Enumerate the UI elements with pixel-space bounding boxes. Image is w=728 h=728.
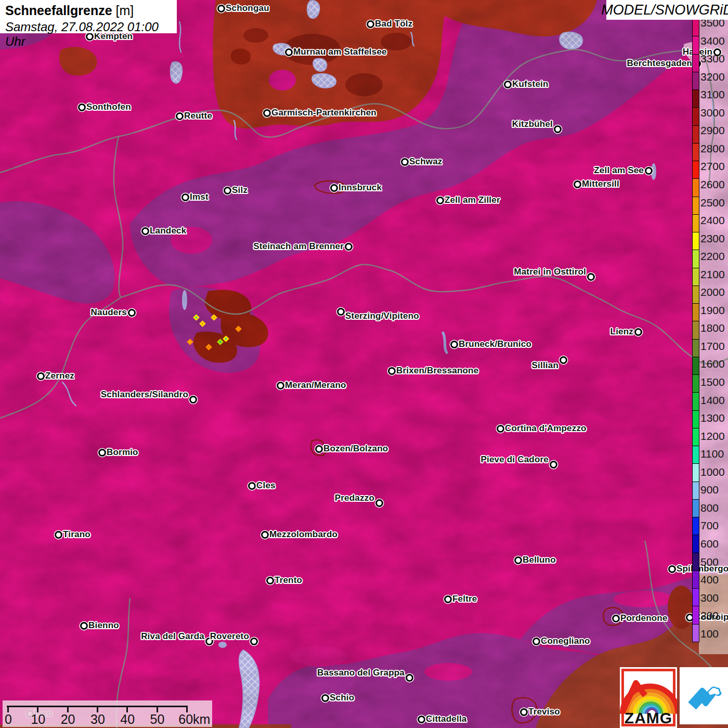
- blue-mountain-icon: [686, 680, 722, 712]
- city-label-brixen-bressanone: Brixen/Bressanone: [396, 366, 478, 376]
- zamg-logo-text: ZAMG: [620, 709, 677, 727]
- colorbar-segment-2200: [693, 250, 699, 268]
- map-title-box: Schneefallgrenze [m] Samstag, 27.08.2022…: [0, 0, 177, 33]
- city-dot-treviso: [520, 708, 528, 716]
- map-title: Schneefallgrenze [m]: [5, 3, 172, 18]
- model-label-box: MODEL/SNOWGRiD: [606, 0, 728, 20]
- zamg-rainbow-icon: [620, 670, 677, 715]
- city-dot-silz: [224, 187, 231, 194]
- map-title-parameter: Schneefallgrenze: [5, 3, 112, 18]
- city-dot-bruneck-brunico: [450, 341, 458, 348]
- zamg-logo-box: ZAMG: [620, 667, 677, 728]
- colorbar-label-1100: 1100: [700, 448, 724, 460]
- city-label-mezzolombardo: Mezzolombardo: [269, 529, 337, 540]
- city-label-belluno: Belluno: [523, 555, 556, 565]
- city-label-tirano: Tirano: [63, 529, 90, 540]
- city-label-schlanders-silandro: Schlanders/Silandro: [101, 389, 188, 400]
- city-dot-rovereto: [250, 638, 258, 645]
- colorbar-segment-100: [693, 625, 699, 642]
- city-label-schio: Schio: [330, 693, 354, 703]
- scalebar-label-5: 50: [150, 712, 165, 727]
- city-label-bruneck-brunico: Bruneck/Brunico: [459, 339, 531, 349]
- colorbar-label-3400: 3400: [700, 35, 725, 47]
- city-label-silz: Silz: [232, 185, 248, 196]
- colorbar-label-3300: 3300: [700, 53, 725, 64]
- city-label-pieve-di-cadore: Pieve di Cadore: [480, 454, 549, 465]
- colorbar-label-200: 200: [700, 610, 719, 621]
- city-label-matrei-in-osttirol: Matrei in Osttirol: [514, 267, 586, 277]
- map-title-unit: [m]: [116, 3, 134, 18]
- scalebar-label-3: 30: [90, 712, 105, 727]
- colorbar-segment-2700: [693, 161, 699, 179]
- city-dot-landeck: [141, 227, 149, 235]
- colorbar-label-1700: 1700: [700, 341, 725, 352]
- city-dot-zell-am-ziller: [436, 197, 444, 204]
- city-label-cittadella: Cittadella: [426, 714, 467, 724]
- model-label: MODEL/SNOWGRiD: [601, 2, 728, 18]
- city-label-kitzb-hel: Kitzbühel: [512, 119, 553, 129]
- colorbar-label-400: 400: [700, 574, 719, 586]
- city-dot-bienno: [80, 622, 88, 630]
- colorbar-label-3200: 3200: [700, 71, 725, 83]
- colorbar-segment-1800: [693, 321, 699, 339]
- colorbar-segment-500: [693, 553, 699, 571]
- city-dot-sterzing-vipiteno: [337, 308, 345, 316]
- city-dot-mittersill: [574, 180, 581, 188]
- colorbar-label-100: 100: [700, 628, 719, 640]
- colorbar-segment-1600: [693, 357, 699, 375]
- city-dot-belluno: [514, 556, 522, 564]
- city-dot-innsbruck: [330, 184, 338, 192]
- city-dot-zernez: [37, 372, 45, 380]
- colorbar-segment-3400: [693, 36, 699, 54]
- city-dot-reutte: [176, 112, 184, 120]
- city-label-feltre: Feltre: [452, 594, 477, 604]
- colorbar-label-800: 800: [700, 502, 719, 514]
- colorbar-label-1800: 1800: [700, 322, 725, 334]
- scalebar-label-1: 10: [31, 712, 45, 727]
- colorbar-label-1600: 1600: [700, 358, 725, 370]
- colorbar-segment-1400: [693, 393, 699, 410]
- city-dot-brixen-bressanone: [388, 367, 396, 375]
- colorbar-label-2600: 2600: [700, 179, 725, 190]
- city-dot-schongau: [217, 5, 225, 12]
- distance-scalebar: 0102030405060km: [3, 700, 212, 727]
- colorbar-segment-1000: [693, 464, 699, 482]
- colorbar-label-1200: 1200: [700, 431, 725, 442]
- city-dot-sillian: [560, 356, 567, 364]
- scalebar-label-2: 20: [61, 712, 75, 727]
- colorbar-segment-200: [693, 606, 699, 624]
- colorbar-label-3100: 3100: [700, 89, 725, 100]
- colorbar-label-2400: 2400: [700, 215, 725, 226]
- colorbar-label-1500: 1500: [700, 376, 725, 388]
- city-label-zell-am-ziller: Zell am Ziller: [445, 195, 500, 205]
- city-label-lienz: Lienz: [610, 327, 633, 337]
- colorbar-segment-1200: [693, 428, 699, 446]
- city-label-bassano-del-grappa: Bassano del Grappa: [317, 668, 405, 678]
- colorbar-label-2700: 2700: [700, 161, 725, 172]
- colorbar-label-2800: 2800: [700, 143, 725, 154]
- colorbar-segment-2100: [693, 268, 699, 286]
- city-dot-cortina-d-ampezzo: [497, 425, 504, 433]
- city-label-bozen-bolzano: Bozen/Bolzano: [323, 444, 388, 454]
- snowgrid-map-screenshot: Schneefallgrenze [m] Samstag, 27.08.2022…: [0, 0, 728, 728]
- city-label-predazzo: Predazzo: [335, 493, 374, 503]
- city-dot-lienz: [634, 328, 642, 336]
- city-dot-schio: [321, 694, 329, 702]
- city-dot-imst: [181, 193, 189, 201]
- city-dot-pieve-di-cadore: [550, 461, 557, 469]
- colorbar-segment-2000: [693, 286, 699, 304]
- city-dot-trento: [266, 577, 274, 584]
- city-dot-schwaz: [401, 158, 409, 166]
- city-label-landeck: Landeck: [150, 226, 186, 236]
- city-label-berchtesgaden: Berchtesgaden: [627, 58, 692, 69]
- map-datetime: Samstag, 27.08.2022 01:00 Uhr: [5, 20, 172, 49]
- colorbar-segment-600: [693, 535, 699, 553]
- city-label-reutte: Reutte: [184, 111, 212, 121]
- colorbar-label-300: 300: [700, 592, 719, 604]
- city-label-rovereto: Rovereto: [210, 631, 249, 642]
- city-label-nauders: Nauders: [91, 307, 127, 318]
- colorbar-segment-2300: [693, 232, 699, 250]
- colorbar-segment-2600: [693, 179, 699, 197]
- city-dot-bormio: [98, 449, 106, 457]
- city-dot-sonthofen: [78, 103, 86, 111]
